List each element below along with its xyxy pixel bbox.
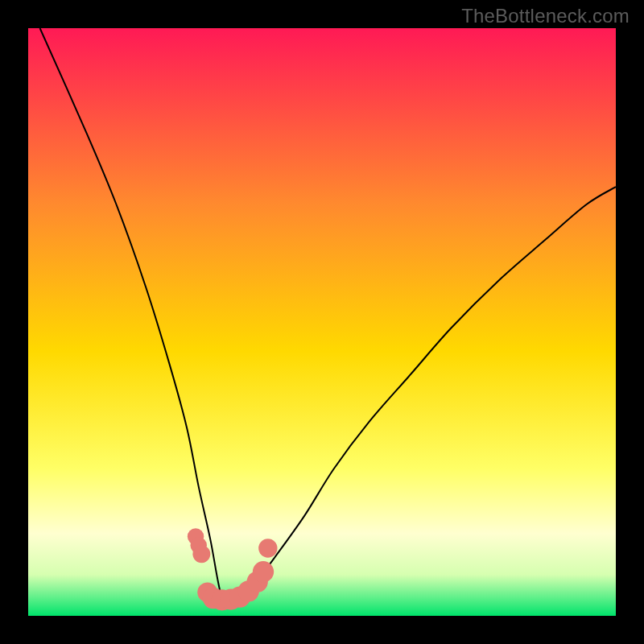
- marker-dot: [253, 561, 274, 582]
- chart-frame: TheBottleneck.com: [0, 0, 644, 644]
- marker-dot: [192, 545, 210, 563]
- bottleneck-curve-chart: [28, 28, 616, 616]
- marker-dot: [258, 539, 277, 557]
- gradient-background: [28, 28, 616, 616]
- plot-area: [28, 28, 616, 616]
- watermark-text: TheBottleneck.com: [461, 5, 630, 27]
